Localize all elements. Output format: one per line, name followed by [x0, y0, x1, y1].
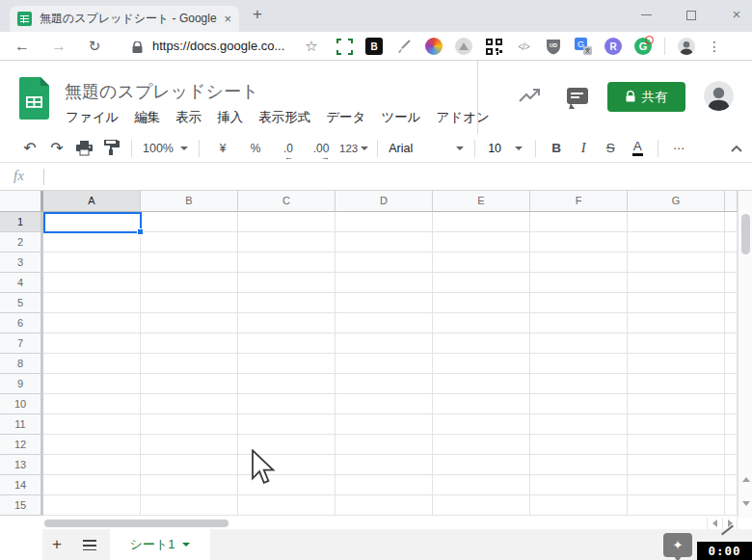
cell-B4[interactable] — [141, 273, 238, 293]
cell-F1[interactable] — [530, 212, 628, 232]
cell-G14[interactable] — [628, 475, 725, 495]
cell-partial-14[interactable] — [725, 475, 738, 495]
more-toolbar-button[interactable]: ⋯ — [667, 137, 690, 160]
cell-G7[interactable] — [628, 333, 725, 354]
cell-partial-4[interactable] — [725, 273, 738, 293]
cell-B12[interactable] — [141, 435, 238, 455]
r-extension-icon[interactable]: R — [604, 38, 622, 55]
brush-extension-icon[interactable] — [395, 38, 413, 55]
cell-B9[interactable] — [141, 374, 238, 394]
browser-profile-avatar[interactable] — [678, 38, 695, 55]
cell-D7[interactable] — [336, 333, 433, 354]
cell-partial-13[interactable] — [725, 455, 738, 475]
cell-C9[interactable] — [238, 374, 336, 394]
menu-item-5[interactable]: データ — [318, 107, 373, 128]
row-header-2[interactable]: 2 — [0, 232, 43, 253]
menu-item-1[interactable]: 編集 — [126, 107, 168, 128]
cell-F3[interactable] — [530, 253, 628, 273]
cell-A5[interactable] — [43, 293, 141, 313]
cell-G5[interactable] — [628, 293, 725, 313]
cell-F5[interactable] — [530, 293, 628, 313]
cell-B13[interactable] — [141, 455, 238, 475]
italic-button[interactable]: I — [572, 137, 595, 160]
more-formats-button[interactable]: 123 — [339, 137, 368, 160]
cell-C3[interactable] — [238, 253, 336, 273]
cell-E4[interactable] — [433, 273, 530, 293]
font-family-select[interactable]: Arial — [385, 142, 468, 155]
cell-E9[interactable] — [433, 374, 530, 394]
cell-A7[interactable] — [43, 333, 141, 354]
browser-menu-kebab-icon[interactable]: ⋮ — [708, 39, 721, 54]
cell-A10[interactable] — [43, 394, 141, 414]
cell-E6[interactable] — [433, 313, 530, 333]
row-header-12[interactable]: 12 — [0, 435, 43, 455]
row-header-9[interactable]: 9 — [0, 374, 43, 394]
scroll-down-button[interactable] — [739, 493, 752, 514]
cell-partial-5[interactable] — [725, 293, 738, 313]
scroll-left-button[interactable] — [707, 518, 722, 529]
cell-A3[interactable] — [43, 253, 141, 273]
cell-F7[interactable] — [530, 333, 628, 354]
new-tab-button[interactable]: + — [253, 5, 262, 24]
cell-B3[interactable] — [141, 253, 238, 273]
window-close-button[interactable]: × — [717, 0, 752, 29]
decrease-decimal-button[interactable]: .0← — [277, 137, 300, 160]
window-maximize-button[interactable] — [672, 0, 711, 29]
cell-G3[interactable] — [628, 253, 725, 273]
fill-handle[interactable] — [137, 228, 144, 235]
row-header-15[interactable]: 15 — [0, 495, 43, 516]
cell-F8[interactable] — [530, 354, 628, 374]
increase-decimal-button[interactable]: .00→ — [309, 137, 333, 160]
cell-C1[interactable] — [238, 212, 336, 232]
cell-C14[interactable] — [238, 475, 336, 495]
cell-B14[interactable] — [141, 475, 238, 495]
zoom-select[interactable]: 100% — [139, 142, 192, 155]
qr-code-extension-icon[interactable] — [485, 38, 502, 55]
cell-E13[interactable] — [433, 455, 530, 475]
cell-C15[interactable] — [238, 495, 336, 516]
cell-D10[interactable] — [336, 394, 433, 414]
cell-partial-10[interactable] — [725, 394, 738, 414]
cell-E5[interactable] — [433, 293, 530, 313]
cell-D14[interactable] — [336, 475, 433, 495]
row-header-14[interactable]: 14 — [0, 475, 43, 495]
selection-box[interactable] — [43, 212, 142, 233]
menu-item-3[interactable]: 挿入 — [209, 107, 251, 128]
cell-D6[interactable] — [336, 313, 433, 333]
menu-item-7[interactable]: アドオン — [429, 107, 497, 128]
column-header-partial[interactable] — [725, 191, 738, 212]
cell-E2[interactable] — [433, 232, 530, 253]
column-header-D[interactable]: D — [336, 191, 433, 212]
cell-B11[interactable] — [141, 414, 238, 435]
cell-G12[interactable] — [628, 435, 725, 455]
row-header-10[interactable]: 10 — [0, 394, 43, 414]
cell-E8[interactable] — [433, 354, 530, 374]
cell-C12[interactable] — [238, 435, 336, 455]
refresh-icon[interactable]: ↻ — [84, 32, 105, 61]
cell-F12[interactable] — [530, 435, 628, 455]
cell-C11[interactable] — [238, 414, 336, 435]
cell-A6[interactable] — [43, 313, 141, 333]
grammarly-extension-icon[interactable]: G — [634, 38, 652, 55]
cell-G1[interactable] — [628, 212, 725, 232]
code-tag-extension-icon[interactable]: </> — [515, 38, 532, 55]
cell-F13[interactable] — [530, 455, 628, 475]
cell-A2[interactable] — [43, 232, 141, 253]
cell-G10[interactable] — [628, 394, 725, 414]
lock-icon[interactable] — [132, 40, 143, 58]
cell-B5[interactable] — [141, 293, 238, 313]
column-header-E[interactable]: E — [433, 191, 530, 212]
cell-G15[interactable] — [628, 495, 725, 516]
column-header-G[interactable]: G — [628, 191, 725, 212]
all-sheets-button[interactable] — [77, 529, 102, 560]
drive-extension-icon[interactable] — [455, 38, 472, 55]
paint-format-icon[interactable] — [99, 137, 122, 160]
cell-B10[interactable] — [141, 394, 238, 414]
menu-item-2[interactable]: 表示 — [168, 107, 209, 128]
cell-B6[interactable] — [141, 313, 238, 333]
explore-button[interactable]: ✦ — [663, 533, 692, 557]
formula-input[interactable] — [50, 163, 752, 190]
cell-D8[interactable] — [336, 354, 433, 374]
colorful-extension-icon[interactable] — [425, 38, 443, 55]
cell-D15[interactable] — [336, 495, 433, 516]
